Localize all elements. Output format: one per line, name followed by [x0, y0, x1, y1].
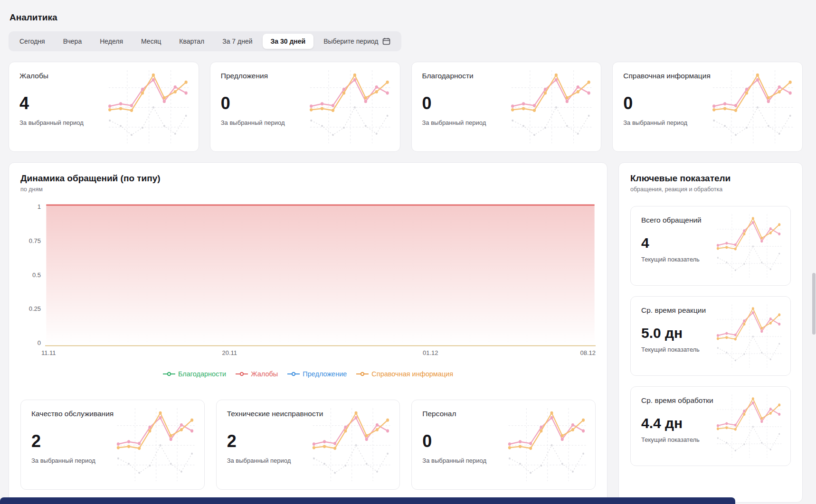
tab-30-days[interactable]: За 30 дней	[263, 34, 314, 49]
legend-marker-icon	[356, 372, 369, 376]
stat-card-title: Справочная информация	[623, 72, 792, 80]
chart-subtitle: по дням	[20, 186, 596, 193]
tab-week[interactable]: Неделя	[92, 34, 131, 49]
metric-card-value: 5.0 дн	[641, 325, 780, 341]
metric-card-title: Ср. время реакции	[641, 306, 780, 315]
main-chart-plot: 1 0.75 0.5 0.25 0	[20, 204, 596, 346]
stat-card-service-quality: Качество обслуживания 2 За выбранный пер…	[20, 400, 205, 490]
stat-card-value: 0	[422, 93, 591, 113]
tab-7-days[interactable]: За 7 дней	[214, 34, 260, 49]
stat-card-value: 2	[227, 431, 389, 451]
metric-card-total-requests: Всего обращений 4 Текущий показатель	[630, 206, 791, 286]
stat-card-staff: Персонал 0 За выбранный период	[411, 400, 596, 490]
x-tick: 11.11	[41, 349, 56, 356]
tab-month[interactable]: Месяц	[133, 34, 169, 49]
x-tick: 01.12	[423, 349, 438, 356]
x-tick: 20.11	[222, 349, 237, 356]
y-tick: 0.75	[29, 238, 41, 244]
x-tick: 08.12	[580, 349, 596, 356]
metric-card-avg-processing-time: Ср. время обработки 4.4 дн Текущий показ…	[630, 386, 791, 466]
metric-card-avg-reaction-time: Ср. время реакции 5.0 дн Текущий показат…	[630, 296, 791, 376]
stat-card-title: Персонал	[422, 410, 585, 418]
key-metrics-list: Всего обращений 4 Текущий показатель Ср.…	[630, 206, 791, 466]
stat-card-title: Предложения	[221, 72, 389, 80]
key-metrics-card: Ключевые показатели обращения, реакция и…	[618, 162, 803, 503]
y-tick: 0.25	[29, 306, 41, 312]
page-title: Аналитика	[9, 12, 803, 23]
legend-item-suggestion[interactable]: Предложение	[287, 370, 347, 378]
stat-card-suggestions: Предложения 0 За выбранный период	[210, 62, 400, 152]
stat-card-caption: За выбранный период	[422, 457, 585, 464]
analytics-page: Аналитика Сегодня Вчера Неделя Месяц Ква…	[0, 0, 816, 503]
stat-card-title: Качество обслуживания	[31, 410, 194, 418]
key-metrics-title: Ключевые показатели	[630, 173, 791, 184]
stat-card-complaints: Жалобы 4 За выбранный период	[9, 62, 199, 152]
metric-card-title: Ср. время обработки	[641, 396, 780, 405]
metric-card-value: 4	[641, 235, 780, 251]
bottom-stat-cards: Качество обслуживания 2 За выбранный пер…	[20, 400, 596, 490]
calendar-icon	[382, 37, 390, 45]
legend-item-thanks[interactable]: Благодарности	[163, 370, 226, 378]
stat-card-caption: За выбранный период	[31, 457, 194, 464]
metric-card-caption: Текущий показатель	[641, 346, 780, 353]
metric-card-title: Всего обращений	[641, 216, 780, 224]
legend-label: Жалобы	[251, 370, 278, 378]
legend-item-reference-info[interactable]: Справочная информация	[356, 370, 453, 378]
stat-card-caption: За выбранный период	[623, 119, 792, 126]
scrollbar-track[interactable]	[812, 0, 816, 504]
bottom-bar	[0, 497, 735, 504]
legend-label: Предложение	[303, 370, 347, 378]
stat-card-title: Жалобы	[19, 72, 188, 80]
stat-card-title: Благодарности	[422, 72, 591, 80]
scrollbar-thumb[interactable]	[812, 273, 816, 335]
legend-marker-icon	[287, 372, 300, 376]
tab-quarter[interactable]: Квартал	[171, 34, 212, 49]
metric-card-value: 4.4 дн	[641, 415, 780, 431]
stat-card-reference-info: Справочная информация 0 За выбранный пер…	[612, 62, 803, 152]
stat-card-value: 2	[31, 431, 194, 451]
dynamics-chart-card: Динамика обращений (по типу) по дням 1 0…	[9, 162, 607, 503]
legend-marker-icon	[163, 372, 175, 376]
y-axis-labels: 1 0.75 0.5 0.25 0	[20, 204, 45, 346]
metric-card-caption: Текущий показатель	[641, 436, 780, 443]
y-tick: 0.5	[32, 272, 41, 278]
tab-today[interactable]: Сегодня	[11, 34, 53, 49]
x-axis-labels: 11.11 20.11 01.12 08.12	[45, 349, 596, 360]
chart-title: Динамика обращений (по типу)	[20, 173, 596, 184]
legend-label: Благодарности	[178, 370, 226, 378]
stat-card-thanks: Благодарности 0 За выбранный период	[411, 62, 602, 152]
legend-marker-icon	[236, 372, 248, 376]
legend-item-complaints[interactable]: Жалобы	[236, 370, 278, 378]
stat-card-value: 0	[221, 93, 389, 113]
stat-card-technical-issues: Технические неисправности 2 За выбранный…	[216, 400, 400, 490]
area-chart	[45, 204, 596, 346]
key-metrics-subtitle: обращения, реакция и обработка	[630, 186, 791, 193]
stat-card-caption: За выбранный период	[19, 119, 188, 126]
tab-select-period[interactable]: Выберите период	[315, 34, 399, 49]
stat-card-value: 4	[19, 93, 188, 113]
tab-yesterday[interactable]: Вчера	[55, 34, 90, 49]
top-stat-cards: Жалобы 4 За выбранный период Предложения…	[9, 62, 803, 152]
metric-card-caption: Текущий показатель	[641, 256, 780, 263]
stat-card-title: Технические неисправности	[227, 410, 389, 418]
period-tabs: Сегодня Вчера Неделя Месяц Квартал За 7 …	[9, 31, 401, 51]
y-tick: 1	[38, 204, 41, 210]
stat-card-caption: За выбранный период	[422, 119, 591, 126]
stat-card-value: 0	[623, 93, 792, 113]
legend-label: Справочная информация	[371, 370, 453, 378]
main-content-row: Динамика обращений (по типу) по дням 1 0…	[9, 162, 803, 503]
stat-card-value: 0	[422, 431, 585, 451]
stat-card-caption: За выбранный период	[227, 457, 389, 464]
y-tick: 0	[38, 340, 41, 346]
chart-legend: Благодарности Жалобы Предложение Справоч…	[20, 370, 596, 378]
tab-select-period-label: Выберите период	[323, 37, 378, 45]
stat-card-caption: За выбранный период	[221, 119, 389, 126]
